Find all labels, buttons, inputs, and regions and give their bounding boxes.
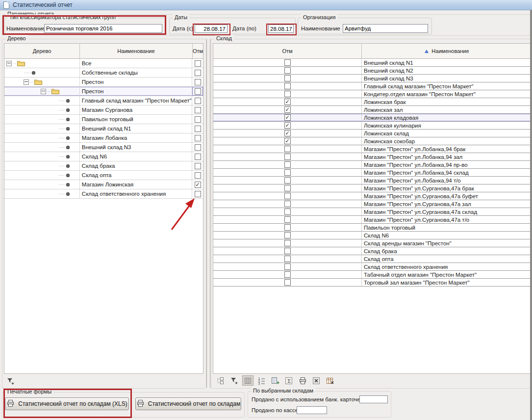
bank-cards-input[interactable] <box>359 395 388 403</box>
row-checkbox[interactable] <box>284 185 291 191</box>
sum-sigma-icon[interactable]: Σ <box>283 375 295 386</box>
tree-node-cell[interactable]: ····· <box>4 124 80 133</box>
warehouse-row[interactable]: Торговый зал магазин "Престон Маркет" <box>213 279 532 287</box>
row-checkbox[interactable] <box>284 232 291 238</box>
warehouse-row[interactable]: ✓Ложинская кладовая <box>213 114 532 122</box>
warehouse-row[interactable]: Склад брака <box>213 247 532 255</box>
group-tree-icon[interactable] <box>215 375 226 386</box>
row-checkbox[interactable] <box>284 59 291 66</box>
tree-node-cell[interactable]: ····· <box>4 133 80 142</box>
tree-row[interactable]: ·····Павильон торговый <box>4 115 203 124</box>
tree-node-cell[interactable]: ····· <box>4 68 80 77</box>
warehouse-row[interactable]: Магазин "Престон" ул.Лобанка,94 пр-во <box>213 161 532 169</box>
row-checkbox[interactable] <box>195 126 201 132</box>
tree-row[interactable]: ·····Магазин Ложинская✓ <box>4 180 203 189</box>
row-checkbox[interactable]: ✓ <box>284 106 291 113</box>
row-checkbox[interactable] <box>195 172 201 179</box>
row-checkbox[interactable] <box>284 146 291 152</box>
cash-input[interactable] <box>297 406 327 414</box>
row-checkbox[interactable]: ✓ <box>284 122 291 129</box>
row-checkbox[interactable] <box>284 216 291 223</box>
row-checkbox[interactable] <box>284 169 291 176</box>
warehouse-row[interactable]: Магазин "Престон" ул.Сурганова,47а брак <box>213 184 532 192</box>
tree-node-cell[interactable]: ·· <box>4 78 80 86</box>
warehouse-row[interactable]: Внешний склад N3 <box>213 75 532 82</box>
collapse-expander-icon[interactable] <box>24 79 29 85</box>
row-checkbox[interactable] <box>284 240 291 246</box>
row-checkbox[interactable] <box>284 83 291 89</box>
warehouse-row[interactable]: Магазин "Престон" ул.Сурганова,47а т/о <box>213 216 532 224</box>
row-checkbox[interactable] <box>284 263 291 270</box>
row-checkbox[interactable] <box>195 191 201 197</box>
row-checkbox[interactable] <box>284 271 291 278</box>
row-checkbox[interactable] <box>284 279 291 286</box>
columns-icon[interactable] <box>242 375 253 386</box>
warehouse-row[interactable]: ✓Ложинская сокобар <box>213 137 532 145</box>
row-checkbox[interactable] <box>195 88 201 95</box>
warehouse-row[interactable]: Главный склад магазин "Престон Маркет" <box>213 82 532 90</box>
row-checkbox[interactable] <box>195 107 201 113</box>
report-button[interactable]: Статистический отчет по складам <box>135 397 241 410</box>
tree-col-header-mark[interactable]: Отм <box>193 44 203 58</box>
row-checkbox[interactable] <box>284 248 291 254</box>
row-checkbox[interactable] <box>195 135 201 141</box>
tree-row[interactable]: ·····Склад ответственного хранения <box>4 189 203 199</box>
row-checkbox[interactable] <box>284 75 291 81</box>
row-checkbox[interactable] <box>195 154 201 160</box>
tree-row[interactable]: ·····Склад опта <box>4 171 203 180</box>
filter-plus-icon[interactable] <box>5 376 16 386</box>
row-checkbox[interactable] <box>195 79 201 85</box>
tree-row[interactable]: ·····Склад N6 <box>4 152 203 161</box>
row-checkbox[interactable] <box>284 193 291 199</box>
warehouse-row[interactable]: Склад опта <box>213 255 532 263</box>
warehouse-row[interactable]: Магазин "Престон" ул.Лобанка,94 брак <box>213 145 532 153</box>
tree-node-cell[interactable]: ····· <box>4 180 80 189</box>
tree-row[interactable]: ··Престон <box>4 78 203 87</box>
tree-col-header-tree[interactable]: Дерево <box>4 44 80 58</box>
row-checkbox[interactable] <box>284 67 291 74</box>
warehouse-row[interactable]: Магазин "Престон" ул.Сурганова,47а буфет <box>213 192 532 200</box>
tree-row[interactable]: ·····Магазин Сурганова <box>4 105 203 115</box>
tree-node-cell[interactable]: ····· <box>4 105 80 114</box>
tree-node-cell[interactable]: ·· <box>4 59 80 68</box>
warehouse-row[interactable]: Магазин "Престон" ул.Сурганова,47а зал <box>213 200 532 208</box>
tree-node-cell[interactable]: ····· <box>4 143 80 152</box>
filter-plus-icon[interactable] <box>228 375 240 386</box>
row-checkbox[interactable]: ✓ <box>284 130 291 136</box>
warehouse-row[interactable]: Склад ответственного хранения <box>213 263 532 271</box>
warehouse-row[interactable]: ✓Ложинская зал <box>213 106 532 114</box>
excel-export-icon[interactable] <box>311 375 322 386</box>
tree-row[interactable]: ·····Склад брака <box>4 161 203 171</box>
row-checkbox[interactable] <box>284 256 291 262</box>
tree-node-cell[interactable]: ····· <box>4 152 80 161</box>
warehouse-row[interactable]: Внешний склад N1 <box>213 59 532 67</box>
row-checkbox[interactable] <box>195 60 201 67</box>
row-checkbox[interactable] <box>195 70 201 76</box>
organization-name-input[interactable] <box>343 24 428 33</box>
grid-remove-icon[interactable] <box>325 375 336 386</box>
warehouse-row[interactable]: Магазин "Престон" ул.Лобанка,94 склад <box>213 169 532 177</box>
window-titlebar[interactable]: Статистический отчет <box>0 0 532 10</box>
warehouse-row[interactable]: Магазин "Престон" ул.Сурганова,47а склад <box>213 208 532 216</box>
row-checkbox[interactable] <box>284 201 291 207</box>
row-checkbox[interactable] <box>284 209 291 215</box>
row-checkbox[interactable] <box>284 154 291 160</box>
row-checkbox[interactable] <box>195 144 201 151</box>
date-from-input[interactable] <box>195 25 228 33</box>
row-checkbox[interactable] <box>284 224 291 231</box>
row-checkbox[interactable]: ✓ <box>195 182 201 188</box>
warehouse-row[interactable]: Табачный отдел магазин "Престон Маркет" <box>213 271 532 279</box>
numbered-list-icon[interactable]: 123 <box>256 375 267 386</box>
tree-row[interactable]: ··Все <box>4 59 203 68</box>
tree-node-cell[interactable]: ·· <box>4 87 80 96</box>
row-checkbox[interactable] <box>195 163 201 169</box>
warehouse-row[interactable]: Павильон торговый <box>213 224 532 232</box>
warehouse-row[interactable]: ✓Ложинская склад <box>213 130 532 137</box>
row-checkbox[interactable]: ✓ <box>284 138 291 144</box>
warehouse-row[interactable]: Магазин "Престон" ул.Лобанка,94 т/о <box>213 177 532 184</box>
print-icon[interactable] <box>297 375 308 386</box>
tree-node-cell[interactable]: ····· <box>4 115 80 124</box>
tree-row[interactable]: ·····Главный склад магазин "Престон Марк… <box>4 96 203 105</box>
warehouse-col-header-mark[interactable]: Отм <box>213 44 362 58</box>
collapse-expander-icon[interactable] <box>41 89 46 94</box>
